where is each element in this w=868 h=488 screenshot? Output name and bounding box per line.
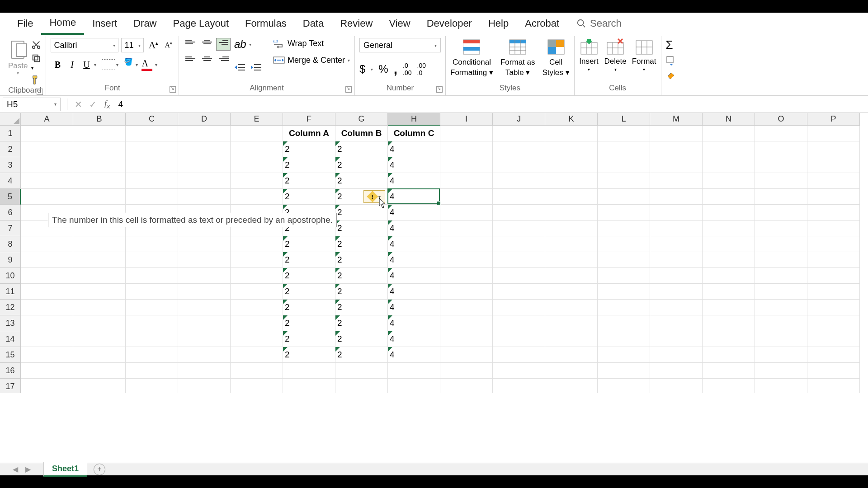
cell[interactable]: Column C bbox=[388, 126, 440, 141]
cell[interactable]: 2 bbox=[283, 315, 335, 331]
cell[interactable] bbox=[21, 126, 73, 141]
cell[interactable] bbox=[493, 126, 545, 141]
column-header[interactable]: L bbox=[598, 113, 650, 126]
increase-indent-button[interactable] bbox=[250, 61, 265, 74]
cell[interactable] bbox=[126, 173, 178, 189]
cell[interactable]: 2 bbox=[283, 157, 335, 173]
row-header[interactable]: 9 bbox=[0, 252, 21, 268]
cell[interactable] bbox=[21, 315, 73, 331]
cell[interactable] bbox=[21, 300, 73, 315]
cell[interactable] bbox=[493, 363, 545, 379]
tab-developer[interactable]: Developer bbox=[419, 13, 480, 34]
cell[interactable] bbox=[545, 379, 598, 393]
cell[interactable]: 4 bbox=[388, 284, 440, 300]
row-header[interactable]: 15 bbox=[0, 347, 21, 363]
tab-formulas[interactable]: Formulas bbox=[237, 13, 295, 34]
cell[interactable] bbox=[703, 141, 755, 157]
cell[interactable] bbox=[598, 221, 650, 236]
cell[interactable] bbox=[440, 236, 493, 252]
format-cells-button[interactable]: Format▾ bbox=[632, 38, 656, 72]
cell[interactable] bbox=[807, 157, 860, 173]
column-header[interactable]: E bbox=[231, 113, 283, 126]
cell[interactable] bbox=[493, 236, 545, 252]
cell[interactable] bbox=[807, 347, 860, 363]
cell[interactable] bbox=[21, 284, 73, 300]
cell[interactable]: 2 bbox=[335, 315, 388, 331]
cell[interactable] bbox=[703, 221, 755, 236]
cell[interactable] bbox=[178, 157, 231, 173]
cell[interactable] bbox=[73, 315, 126, 331]
cell[interactable] bbox=[440, 205, 493, 221]
cell[interactable]: 2 bbox=[335, 221, 388, 236]
cell[interactable] bbox=[21, 189, 73, 205]
cell[interactable]: 2 bbox=[335, 331, 388, 347]
cell[interactable]: Column A bbox=[283, 126, 335, 141]
insert-cells-button[interactable]: Insert▾ bbox=[579, 38, 599, 72]
cell[interactable] bbox=[755, 300, 807, 315]
row-header[interactable]: 13 bbox=[0, 315, 21, 331]
cell[interactable] bbox=[178, 363, 231, 379]
cell[interactable] bbox=[650, 268, 703, 284]
cell[interactable] bbox=[807, 126, 860, 141]
cell[interactable] bbox=[231, 347, 283, 363]
cancel-formula-button[interactable]: ✕ bbox=[71, 99, 85, 110]
cell[interactable] bbox=[703, 157, 755, 173]
cell[interactable] bbox=[807, 284, 860, 300]
conditional-formatting-button[interactable]: ConditionalFormatting ▾ bbox=[450, 38, 493, 77]
cell[interactable] bbox=[21, 157, 73, 173]
cell[interactable] bbox=[493, 315, 545, 331]
sheet-tab-sheet1[interactable]: Sheet1 bbox=[43, 462, 87, 477]
cell[interactable] bbox=[545, 284, 598, 300]
number-format-select[interactable]: General▾ bbox=[359, 38, 441, 52]
cell[interactable]: 4 bbox=[388, 331, 440, 347]
column-header[interactable]: M bbox=[650, 113, 703, 126]
cell[interactable] bbox=[650, 315, 703, 331]
cell[interactable] bbox=[440, 252, 493, 268]
cell[interactable] bbox=[807, 331, 860, 347]
cell[interactable] bbox=[231, 379, 283, 393]
row-header[interactable]: 8 bbox=[0, 236, 21, 252]
row-header[interactable]: 5 bbox=[0, 189, 21, 205]
cell[interactable] bbox=[493, 300, 545, 315]
cell[interactable] bbox=[73, 126, 126, 141]
cell[interactable] bbox=[440, 189, 493, 205]
bold-button[interactable]: B bbox=[51, 58, 64, 71]
cell[interactable]: 4 bbox=[388, 236, 440, 252]
cell[interactable]: 2 bbox=[283, 268, 335, 284]
borders-button[interactable] bbox=[102, 59, 115, 70]
cell[interactable] bbox=[126, 126, 178, 141]
cell[interactable]: 2 bbox=[335, 284, 388, 300]
percent-format-button[interactable]: % bbox=[378, 63, 388, 75]
cell[interactable] bbox=[598, 268, 650, 284]
cell[interactable] bbox=[650, 221, 703, 236]
cell[interactable] bbox=[335, 379, 388, 393]
align-top-left-button[interactable] bbox=[184, 38, 198, 51]
dialog-launcher-icon[interactable] bbox=[170, 86, 176, 93]
cell[interactable]: 2 bbox=[283, 347, 335, 363]
cell[interactable] bbox=[126, 236, 178, 252]
font-color-button[interactable]: A bbox=[142, 58, 154, 71]
cell[interactable] bbox=[231, 252, 283, 268]
cell[interactable] bbox=[755, 173, 807, 189]
row-header[interactable]: 12 bbox=[0, 300, 21, 315]
cell[interactable] bbox=[598, 315, 650, 331]
cell[interactable] bbox=[126, 284, 178, 300]
column-header[interactable]: G bbox=[335, 113, 388, 126]
font-size-select[interactable]: 11▾ bbox=[121, 38, 144, 52]
dialog-launcher-icon[interactable] bbox=[37, 89, 43, 95]
cell[interactable] bbox=[440, 363, 493, 379]
row-header[interactable]: 10 bbox=[0, 268, 21, 284]
cell[interactable] bbox=[73, 363, 126, 379]
cell[interactable] bbox=[126, 347, 178, 363]
cell[interactable] bbox=[493, 252, 545, 268]
clear-button[interactable] bbox=[666, 69, 676, 79]
cell[interactable] bbox=[440, 173, 493, 189]
cell[interactable]: 2 bbox=[283, 252, 335, 268]
cell[interactable] bbox=[493, 221, 545, 236]
tab-review[interactable]: Review bbox=[332, 13, 381, 34]
cell[interactable] bbox=[598, 379, 650, 393]
cell[interactable] bbox=[231, 331, 283, 347]
cell[interactable]: 4 bbox=[388, 315, 440, 331]
cell[interactable] bbox=[231, 315, 283, 331]
decrease-decimal-button[interactable]: .00.0 bbox=[417, 62, 426, 76]
